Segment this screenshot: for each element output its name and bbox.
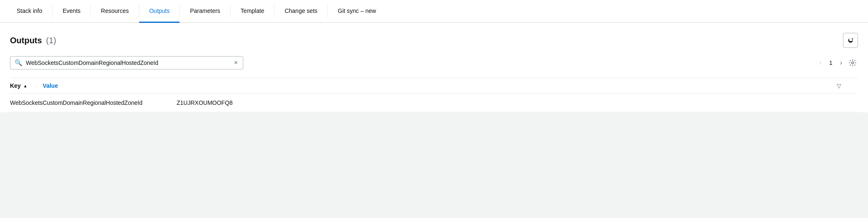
tab-change-sets[interactable]: Change sets xyxy=(274,0,327,23)
search-box: 🔍 × xyxy=(10,56,243,69)
tab-outputs[interactable]: Outputs xyxy=(139,0,180,23)
page-number: 1 xyxy=(827,59,835,66)
cell-key: WebSocketsCustomDomainRegionalHostedZone… xyxy=(10,99,177,106)
table-header: Key ▲ Value ▽ xyxy=(10,78,858,94)
outputs-title: Outputs (1) xyxy=(10,36,56,45)
column-header-key[interactable]: Key ▲ Value xyxy=(10,82,177,89)
main-content: Outputs (1) 🔍 × ‹ 1 › xyxy=(0,23,868,112)
clear-search-button[interactable]: × xyxy=(233,59,239,67)
tab-events[interactable]: Events xyxy=(52,0,90,23)
col-divider xyxy=(35,84,35,87)
table-settings-button[interactable] xyxy=(847,57,858,68)
settings-icon xyxy=(849,59,856,67)
prev-page-button[interactable]: ‹ xyxy=(818,57,823,68)
svg-point-0 xyxy=(852,62,854,64)
col-key-label: Key xyxy=(10,82,21,89)
search-row: 🔍 × ‹ 1 › xyxy=(10,56,858,69)
col-value-label: Value xyxy=(43,82,58,89)
tab-stack-info[interactable]: Stack info xyxy=(7,0,52,23)
next-arrow-icon: › xyxy=(840,59,842,67)
tab-resources[interactable]: Resources xyxy=(91,0,139,23)
search-icon: 🔍 xyxy=(15,59,22,67)
pagination-controls: ‹ 1 › xyxy=(818,57,858,68)
clear-icon: × xyxy=(234,59,238,67)
sort-arrow-icon: ▲ xyxy=(23,84,27,88)
search-input[interactable] xyxy=(26,59,230,66)
prev-arrow-icon: ‹ xyxy=(819,59,821,67)
outputs-header: Outputs (1) xyxy=(10,33,858,48)
outputs-title-text: Outputs xyxy=(10,36,42,45)
tab-bar: Stack info Events Resources Outputs Para… xyxy=(0,0,868,23)
filter-icon: ▽ xyxy=(837,82,841,89)
table-row: WebSocketsCustomDomainRegionalHostedZone… xyxy=(10,94,858,112)
column-header-filter: ▽ xyxy=(177,82,841,89)
tab-git-sync[interactable]: Git sync – new xyxy=(328,0,386,23)
refresh-icon xyxy=(847,37,854,44)
outputs-count: (1) xyxy=(46,36,56,45)
outputs-table: Key ▲ Value ▽ WebSocketsCustomDomainRegi… xyxy=(10,78,858,112)
tab-template[interactable]: Template xyxy=(231,0,274,23)
tab-parameters[interactable]: Parameters xyxy=(180,0,230,23)
next-page-button[interactable]: › xyxy=(838,57,844,68)
refresh-button[interactable] xyxy=(843,33,858,48)
cell-value: Z1UJRXOUMOOFQ8 xyxy=(177,99,858,106)
